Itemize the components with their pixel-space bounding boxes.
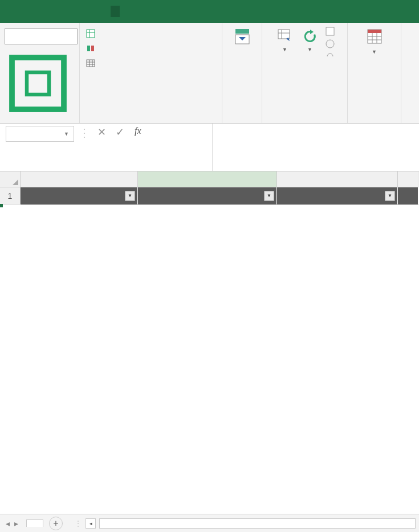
tab-file[interactable]: [11, 6, 29, 17]
chevron-down-icon: ▼: [282, 47, 287, 52]
convert-range-button[interactable]: [84, 56, 217, 71]
summarize-pivot-button[interactable]: [84, 26, 217, 41]
tab-formulas[interactable]: [65, 6, 74, 17]
active-cell-outline: [0, 204, 2, 207]
col-header-a[interactable]: [21, 171, 138, 187]
separator: ⋮: [74, 519, 82, 528]
remove-duplicates-button[interactable]: [84, 41, 217, 56]
group-tools-label: [84, 118, 217, 122]
sheet-tab-active[interactable]: [26, 519, 43, 527]
svg-rect-0: [12, 58, 64, 109]
refresh-button[interactable]: ▼: [300, 26, 320, 62]
export-button[interactable]: ▼: [275, 26, 295, 62]
tab-design[interactable]: [111, 6, 120, 17]
ribbon-tabs: [0, 0, 419, 23]
tab-view[interactable]: [92, 6, 101, 17]
sheet-nav-prev[interactable]: ◂: [3, 519, 12, 528]
filter-dropdown-icon[interactable]: ▼: [264, 191, 274, 201]
table-name-input[interactable]: [5, 28, 78, 44]
properties-icon[interactable]: [325, 26, 335, 36]
insert-slicer-button[interactable]: [232, 26, 253, 48]
enter-icon[interactable]: ✓: [113, 126, 127, 138]
svg-point-9: [326, 40, 334, 48]
group-properties: [0, 23, 80, 123]
refresh-icon: [301, 27, 319, 46]
group-style-truncated: [401, 23, 418, 123]
fx-icon[interactable]: fx: [131, 126, 145, 136]
table-style-icon: [365, 27, 384, 46]
range-icon: [86, 58, 96, 68]
header-name-unique[interactable]: ▼: [21, 187, 138, 204]
column-headers: [0, 171, 419, 187]
svg-rect-3: [91, 46, 94, 51]
chevron-down-icon[interactable]: ▼: [64, 131, 69, 137]
cancel-icon[interactable]: ✕: [95, 126, 108, 138]
tab-page-layout[interactable]: [56, 6, 65, 17]
sheet-nav-next[interactable]: ▸: [12, 519, 21, 528]
empty-cell[interactable]: [398, 187, 418, 204]
horizontal-scroll: ⋮ ◂: [74, 518, 416, 529]
formula-input[interactable]: [212, 124, 419, 171]
unlink-icon[interactable]: [325, 51, 335, 62]
slicer-icon: [233, 27, 251, 46]
filter-dropdown-icon[interactable]: ▼: [385, 191, 395, 201]
spreadsheet-grid: 1 ▼ ▼ ▼: [0, 171, 419, 204]
group-properties-label: [5, 118, 75, 122]
tab-developer[interactable]: [38, 6, 47, 17]
export-icon: [276, 27, 294, 46]
browser-icon[interactable]: [325, 39, 335, 49]
name-box[interactable]: ▼: [6, 126, 74, 142]
sheet-tab-bar: ◂ ▸ + ⋮ ◂: [0, 514, 419, 532]
formula-bar: ▼ ⋮ ✕ ✓ fx: [0, 124, 419, 171]
tab-home[interactable]: [29, 6, 38, 17]
table-style-options-button[interactable]: ▼: [364, 26, 385, 56]
group-style-options: ▼: [348, 23, 401, 123]
svg-rect-11: [368, 30, 381, 33]
col-header-d[interactable]: [398, 171, 418, 187]
chevron-down-icon: ▼: [307, 47, 312, 52]
filter-dropdown-icon[interactable]: ▼: [125, 191, 135, 201]
add-sheet-button[interactable]: +: [49, 517, 63, 530]
scroll-left-button[interactable]: ◂: [86, 518, 96, 529]
tab-data[interactable]: [74, 6, 83, 17]
tab-review[interactable]: [83, 6, 92, 17]
col-header-c[interactable]: [277, 171, 398, 187]
row-header-1[interactable]: 1: [0, 187, 21, 204]
group-slicer-label: [241, 110, 243, 122]
header-order[interactable]: ▼: [277, 187, 398, 204]
chevron-down-icon: ▼: [372, 49, 377, 55]
svg-rect-2: [87, 46, 90, 51]
table-header-row: 1 ▼ ▼ ▼: [0, 187, 419, 204]
group-style-label: [373, 110, 376, 122]
pivot-icon: [86, 28, 96, 39]
header-name[interactable]: ▼: [138, 187, 277, 204]
col-header-b[interactable]: [138, 171, 277, 187]
svg-rect-5: [235, 29, 249, 34]
group-tools: [80, 23, 222, 123]
duplicates-icon: [86, 43, 96, 54]
ribbon-content: ▼ ▼ ▼: [0, 23, 419, 124]
tab-insert[interactable]: [47, 6, 56, 17]
select-all-corner[interactable]: [0, 171, 21, 187]
group-slicer: [222, 23, 262, 123]
svg-rect-1: [87, 30, 95, 38]
svg-rect-8: [326, 27, 334, 35]
svg-rect-4: [87, 60, 95, 67]
scroll-track[interactable]: [99, 518, 416, 529]
tab-help[interactable]: [101, 6, 111, 17]
resize-table-button[interactable]: [5, 50, 75, 118]
group-external: ▼ ▼: [262, 23, 348, 123]
svg-rect-7: [278, 30, 290, 39]
separator: ⋮: [79, 126, 90, 140]
resize-icon: [5, 50, 71, 118]
